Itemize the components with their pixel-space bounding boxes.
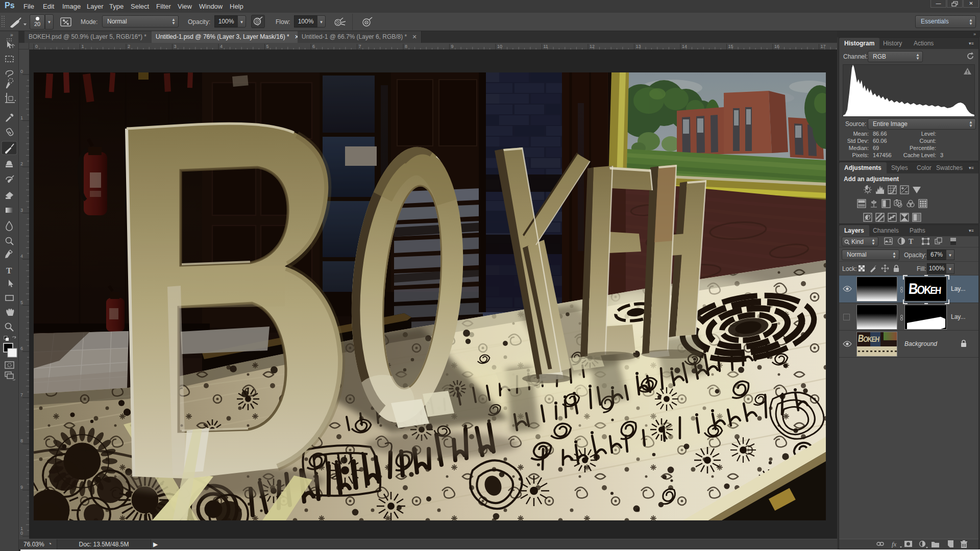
svg-text:17: 17 (821, 44, 826, 49)
svg-text:9: 9 (451, 44, 454, 49)
svg-text:4: 4 (20, 254, 23, 259)
svg-text:7: 7 (359, 44, 361, 49)
svg-text:13: 13 (636, 44, 641, 49)
svg-text:11: 11 (544, 44, 548, 49)
svg-text:1: 1 (20, 115, 23, 120)
svg-text:14: 14 (682, 44, 687, 49)
svg-text:fx: fx (892, 540, 897, 548)
svg-text:0: 0 (20, 69, 23, 74)
svg-text:T: T (6, 266, 12, 276)
svg-text:8: 8 (405, 44, 407, 49)
svg-text:3: 3 (20, 208, 23, 213)
svg-text:»: » (10, 32, 13, 38)
svg-text:10: 10 (497, 44, 502, 49)
svg-text:T: T (909, 238, 914, 245)
svg-text:9: 9 (20, 485, 23, 490)
svg-text:12: 12 (590, 44, 595, 49)
svg-text:5: 5 (20, 300, 23, 305)
svg-text:0: 0 (20, 531, 23, 536)
svg-text:6: 6 (20, 346, 23, 351)
svg-text:5: 5 (266, 44, 269, 49)
svg-text:15: 15 (728, 44, 733, 49)
svg-text:8: 8 (20, 438, 23, 443)
svg-text:2: 2 (128, 44, 130, 49)
svg-text:4: 4 (220, 44, 223, 49)
svg-text:0: 0 (35, 44, 38, 49)
svg-text:6: 6 (312, 44, 315, 49)
svg-text:1: 1 (82, 44, 84, 49)
svg-text:3: 3 (174, 44, 177, 49)
svg-text:16: 16 (774, 44, 779, 49)
svg-text:7: 7 (20, 392, 23, 397)
svg-text:2: 2 (20, 161, 23, 166)
